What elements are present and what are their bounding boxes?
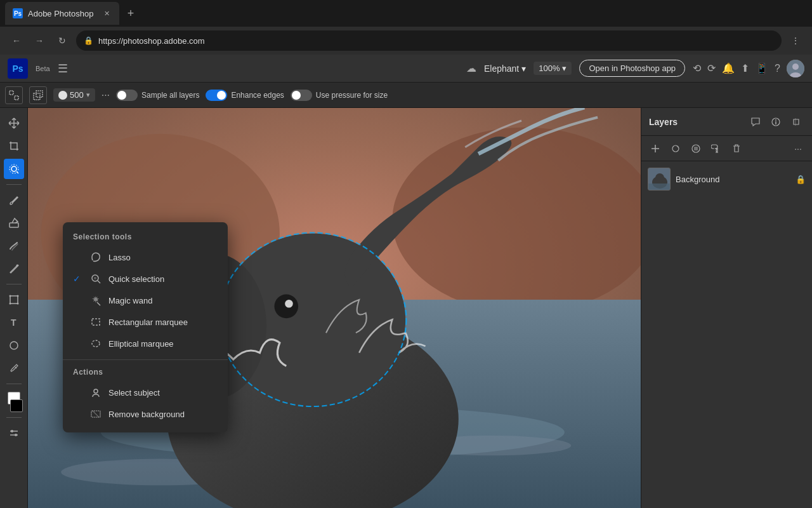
left-toolbar: T: [0, 108, 28, 508]
smudge-tool[interactable]: [4, 236, 24, 256]
layers-more-btn[interactable]: ···: [789, 140, 807, 157]
use-pressure-toggle[interactable]: Use pressure for size: [291, 90, 388, 101]
svg-point-7: [11, 166, 16, 171]
elliptical-marquee-label: Elliptical marquee: [108, 339, 174, 349]
layer-mask-btn[interactable]: [687, 140, 705, 157]
share-icon[interactable]: ⬆: [741, 62, 749, 74]
move-tool[interactable]: [4, 113, 24, 133]
sample-all-layers-toggle[interactable]: Sample all layers: [116, 90, 199, 101]
more-options-btn[interactable]: ···: [102, 90, 110, 101]
address-bar[interactable]: 🔒 https://photoshop.adobe.com: [76, 30, 782, 51]
elliptical-marquee-item[interactable]: Elliptical marquee: [63, 333, 228, 354]
crop-tool[interactable]: [4, 136, 24, 156]
color-swatches[interactable]: [5, 392, 23, 412]
eraser-tool[interactable]: [4, 213, 24, 233]
refresh-button[interactable]: ↻: [53, 32, 71, 50]
svg-point-10: [16, 265, 18, 267]
svg-line-43: [93, 411, 99, 417]
active-tab[interactable]: Ps Adobe Photoshop ✕: [5, 2, 119, 25]
actions-section-title: Actions: [63, 365, 228, 382]
back-button[interactable]: ←: [8, 32, 25, 50]
lasso-tool-item[interactable]: Lasso: [63, 246, 228, 268]
magic-wand-item[interactable]: Magic wand: [63, 290, 228, 311]
panel-title: Layers: [649, 117, 742, 127]
brush-size-value: 500: [70, 90, 84, 100]
nav-bar: ← → ↻ 🔒 https://photoshop.adobe.com ⋮: [0, 27, 812, 55]
brush-tool[interactable]: [4, 190, 24, 210]
forward-button[interactable]: →: [30, 32, 48, 50]
enhance-edges-switch[interactable]: [206, 90, 227, 101]
rectangular-marquee-label: Rectangular marquee: [108, 318, 188, 327]
use-pressure-switch[interactable]: [291, 90, 312, 101]
document-name[interactable]: Elephant ▾: [484, 64, 526, 74]
arrange-tool[interactable]: [4, 423, 24, 443]
panel-collapse-icon[interactable]: [788, 114, 804, 130]
help-icon[interactable]: ?: [775, 63, 780, 74]
add-layer-btn[interactable]: [646, 140, 664, 157]
canvas-area[interactable]: Selection tools Lasso ✓ Quick selection: [28, 108, 641, 508]
svg-point-21: [11, 430, 13, 432]
svg-line-38: [97, 302, 100, 305]
user-avatar[interactable]: [787, 60, 804, 77]
mobile-icon[interactable]: 📱: [756, 62, 768, 74]
browser-menu-button[interactable]: ⋮: [787, 32, 804, 50]
rectangular-marquee-item[interactable]: Rectangular marquee: [63, 311, 228, 333]
quick-selection-label: Quick selection: [108, 274, 164, 284]
open-in-photoshop-button[interactable]: Open in Photoshop app: [579, 60, 685, 77]
toolbar-divider-1: [6, 184, 22, 185]
svg-rect-6: [36, 91, 43, 97]
svg-rect-39: [92, 319, 100, 325]
layers-list: Background 🔒: [641, 161, 812, 508]
link-layers-btn[interactable]: [707, 140, 725, 157]
zoom-control[interactable]: 100% ▾: [534, 62, 572, 75]
brush-size-control[interactable]: 500 ▾: [53, 88, 95, 102]
background-color[interactable]: [10, 399, 23, 412]
svg-point-8: [10, 164, 18, 173]
pen-tool[interactable]: [4, 258, 24, 279]
delete-layer-btn[interactable]: [728, 140, 745, 157]
panel-info-icon[interactable]: [768, 114, 784, 130]
svg-point-14: [9, 303, 11, 305]
add-selection-btn[interactable]: [5, 86, 23, 104]
adjustment-layer-btn[interactable]: [667, 140, 684, 157]
svg-rect-57: [648, 184, 671, 190]
panel-chat-icon[interactable]: [747, 114, 764, 130]
svg-rect-9: [10, 223, 18, 227]
active-check-icon: ✓: [73, 274, 83, 284]
quick-selection-tool[interactable]: [4, 159, 24, 179]
lasso-icon: [89, 251, 102, 264]
elliptical-marquee-icon: [89, 337, 102, 350]
notifications-icon[interactable]: 🔔: [722, 62, 735, 74]
text-tool[interactable]: T: [4, 312, 24, 333]
remove-background-item[interactable]: Remove background: [63, 403, 228, 425]
enhance-edges-toggle[interactable]: Enhance edges: [206, 90, 284, 101]
background-layer-item[interactable]: Background 🔒: [641, 164, 812, 194]
browser-chrome: Ps Adobe Photoshop ✕ + ← → ↻ 🔒 https://p…: [0, 0, 812, 55]
magic-wand-icon: [89, 294, 102, 307]
eyedropper-tool[interactable]: [4, 358, 24, 378]
svg-text:T: T: [11, 318, 16, 328]
transform-tool[interactable]: [4, 290, 24, 310]
beta-badge: Beta: [36, 65, 50, 72]
quick-selection-item[interactable]: ✓ Quick selection: [63, 268, 228, 290]
panel-header-icons: [747, 114, 804, 130]
ps-logo: Ps: [8, 58, 28, 79]
sample-all-layers-switch[interactable]: [116, 90, 138, 101]
svg-point-34: [285, 300, 293, 308]
hamburger-button[interactable]: ☰: [58, 62, 68, 76]
redo-button[interactable]: ⟳: [707, 62, 716, 74]
tools-section-title: Selection tools: [63, 230, 228, 246]
svg-point-41: [94, 389, 98, 393]
new-tab-button[interactable]: +: [122, 4, 140, 22]
tab-close-btn[interactable]: ✕: [102, 8, 112, 18]
undo-button[interactable]: ⟲: [693, 62, 701, 74]
svg-point-13: [16, 295, 18, 297]
svg-rect-52: [694, 147, 698, 150]
magic-wand-label: Magic wand: [108, 296, 152, 305]
subtract-selection-btn[interactable]: [29, 86, 47, 104]
svg-point-1: [792, 64, 799, 70]
select-subject-item[interactable]: Select subject: [63, 382, 228, 403]
shape-tool[interactable]: [4, 335, 24, 356]
layers-toolbar: ···: [641, 136, 812, 161]
tab-favicon: Ps: [13, 8, 23, 18]
